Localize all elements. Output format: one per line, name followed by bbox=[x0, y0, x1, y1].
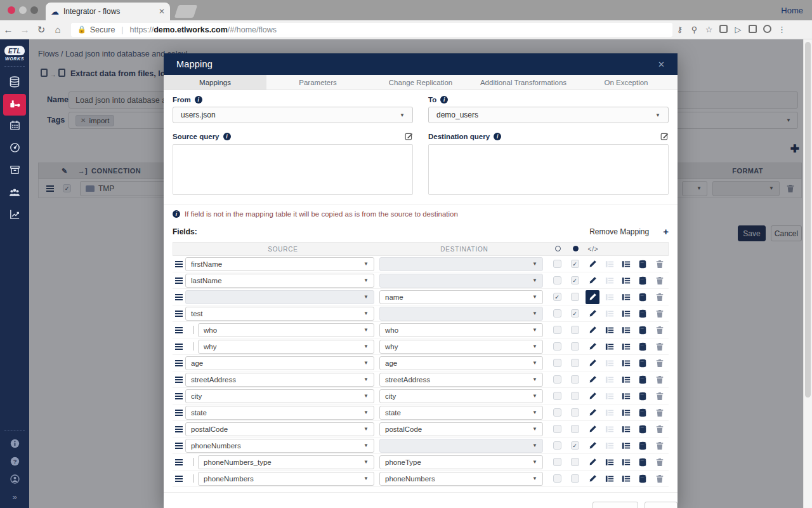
destination-field-select[interactable]: postalCode▼ bbox=[379, 422, 543, 436]
delete-row-icon[interactable] bbox=[651, 359, 669, 368]
edit-transformation-icon[interactable] bbox=[584, 340, 601, 354]
source-field-select[interactable]: phoneNumbers▼ bbox=[198, 472, 374, 486]
edit-transformation-icon[interactable] bbox=[584, 356, 601, 370]
add-field-list-icon[interactable] bbox=[618, 326, 634, 335]
sidebar-item-agents[interactable] bbox=[0, 138, 29, 160]
destination-field-select[interactable]: ▼ bbox=[379, 439, 543, 453]
add-field-list-icon[interactable] bbox=[618, 342, 634, 351]
source-query-textarea[interactable] bbox=[173, 144, 413, 195]
edit-transformation-icon[interactable] bbox=[584, 323, 601, 337]
tab-close-icon[interactable]: ✕ bbox=[159, 7, 165, 16]
browser-tab[interactable]: ☁ Integrator - flows ✕ bbox=[46, 3, 170, 20]
drag-handle-icon[interactable] bbox=[173, 459, 185, 465]
edit-transformation-icon[interactable] bbox=[584, 373, 601, 387]
key-field-checkbox[interactable] bbox=[548, 276, 566, 284]
exclude-field-checkbox[interactable] bbox=[566, 425, 584, 433]
lookup-icon[interactable] bbox=[634, 260, 651, 269]
add-field-list-icon[interactable] bbox=[618, 458, 634, 467]
key-field-checkbox[interactable] bbox=[548, 441, 566, 450]
back-icon[interactable]: ← bbox=[0, 24, 16, 35]
key-field-checkbox[interactable] bbox=[548, 408, 566, 417]
add-field-list-icon[interactable] bbox=[618, 309, 634, 318]
lookup-icon[interactable] bbox=[634, 359, 651, 368]
child-field-icon[interactable] bbox=[601, 326, 618, 335]
edit-transformation-icon[interactable] bbox=[584, 257, 601, 271]
delete-row-icon[interactable] bbox=[651, 309, 669, 318]
key-field-checkbox[interactable] bbox=[548, 474, 566, 483]
exclude-field-checkbox[interactable]: ✓ bbox=[566, 441, 584, 450]
sidebar-item-users[interactable] bbox=[0, 182, 29, 204]
destination-field-select[interactable]: city▼ bbox=[379, 389, 543, 403]
key-field-checkbox[interactable] bbox=[548, 359, 566, 367]
exclude-field-checkbox[interactable] bbox=[566, 326, 584, 334]
key-field-checkbox[interactable] bbox=[548, 342, 566, 351]
forward-icon[interactable]: → bbox=[16, 24, 33, 35]
sidebar-item-flows[interactable] bbox=[3, 94, 26, 116]
destination-field-select[interactable]: ▼ bbox=[379, 257, 543, 271]
key-field-checkbox[interactable] bbox=[548, 458, 566, 466]
extension-circle-icon[interactable] bbox=[760, 25, 775, 35]
key-field-checkbox[interactable] bbox=[548, 309, 566, 318]
edit-transformation-icon[interactable] bbox=[584, 406, 601, 420]
info-icon[interactable]: i bbox=[223, 133, 231, 140]
lookup-icon[interactable] bbox=[634, 408, 651, 417]
key-field-checkbox[interactable] bbox=[548, 425, 566, 433]
drag-handle-icon[interactable] bbox=[173, 311, 185, 317]
exclude-field-checkbox[interactable]: ✓ bbox=[566, 276, 584, 284]
lookup-icon[interactable] bbox=[634, 276, 651, 285]
tab-mappings[interactable]: Mappings bbox=[164, 75, 266, 90]
delete-row-icon[interactable] bbox=[651, 425, 669, 434]
home-link[interactable]: Home bbox=[781, 6, 803, 15]
sidebar-item-about[interactable] bbox=[0, 436, 29, 453]
delete-row-icon[interactable] bbox=[651, 458, 669, 467]
drag-handle-icon[interactable] bbox=[173, 261, 185, 267]
source-field-select[interactable]: test▼ bbox=[185, 307, 374, 321]
modal-save-button[interactable] bbox=[593, 502, 638, 508]
lookup-icon[interactable] bbox=[634, 474, 651, 483]
delete-row-icon[interactable] bbox=[651, 293, 669, 302]
edit-transformation-icon[interactable] bbox=[584, 472, 601, 486]
add-field-list-icon[interactable] bbox=[618, 474, 634, 483]
new-tab-button[interactable] bbox=[174, 5, 197, 18]
remove-mapping-button[interactable]: Remove Mapping bbox=[589, 227, 649, 236]
child-field-icon[interactable] bbox=[601, 458, 618, 467]
delete-row-icon[interactable] bbox=[651, 375, 669, 384]
add-mapping-icon[interactable]: + bbox=[663, 226, 669, 237]
exclude-field-checkbox[interactable] bbox=[566, 392, 584, 400]
drag-handle-icon[interactable] bbox=[173, 360, 185, 366]
info-icon[interactable]: i bbox=[440, 96, 448, 104]
child-field-icon[interactable] bbox=[601, 474, 618, 483]
edit-transformation-icon[interactable] bbox=[584, 307, 601, 321]
edit-transformation-icon[interactable] bbox=[584, 455, 601, 469]
lookup-icon[interactable] bbox=[634, 375, 651, 384]
exclude-field-checkbox[interactable]: ✓ bbox=[566, 309, 584, 318]
address-bar[interactable]: 🔒 Secure | https://demo.etlworks.com/#/h… bbox=[71, 23, 672, 37]
sidebar-collapse-button[interactable]: » bbox=[0, 489, 29, 504]
etlworks-logo[interactable]: ETL WORKS bbox=[0, 39, 29, 61]
close-window-button[interactable] bbox=[8, 6, 15, 14]
drag-handle-icon[interactable] bbox=[173, 476, 185, 482]
add-field-list-icon[interactable] bbox=[618, 276, 634, 285]
edit-transformation-icon[interactable] bbox=[584, 290, 601, 304]
destination-query-textarea[interactable] bbox=[428, 144, 669, 195]
key-field-checkbox[interactable]: ✓ bbox=[548, 293, 566, 301]
destination-field-select[interactable]: why▼ bbox=[379, 340, 543, 354]
add-field-list-icon[interactable] bbox=[618, 293, 634, 302]
source-field-select[interactable]: city▼ bbox=[185, 389, 374, 403]
destination-field-select[interactable]: name▼ bbox=[379, 290, 543, 304]
extension-play-icon[interactable]: ▷ bbox=[731, 25, 745, 34]
exclude-field-checkbox[interactable] bbox=[566, 458, 584, 466]
source-field-select[interactable]: streetAddress▼ bbox=[185, 373, 374, 387]
delete-row-icon[interactable] bbox=[651, 441, 669, 450]
lookup-icon[interactable] bbox=[634, 425, 651, 434]
delete-row-icon[interactable] bbox=[651, 474, 669, 483]
key-field-checkbox[interactable] bbox=[548, 260, 566, 268]
add-field-list-icon[interactable] bbox=[618, 408, 634, 417]
source-field-select[interactable]: age▼ bbox=[185, 356, 374, 370]
delete-row-icon[interactable] bbox=[651, 342, 669, 351]
sidebar-item-connections[interactable] bbox=[0, 72, 29, 94]
key-field-checkbox[interactable] bbox=[548, 375, 566, 384]
sidebar-item-storage[interactable] bbox=[0, 160, 29, 182]
add-field-list-icon[interactable] bbox=[618, 359, 634, 368]
search-icon[interactable]: ⚲ bbox=[687, 25, 702, 34]
